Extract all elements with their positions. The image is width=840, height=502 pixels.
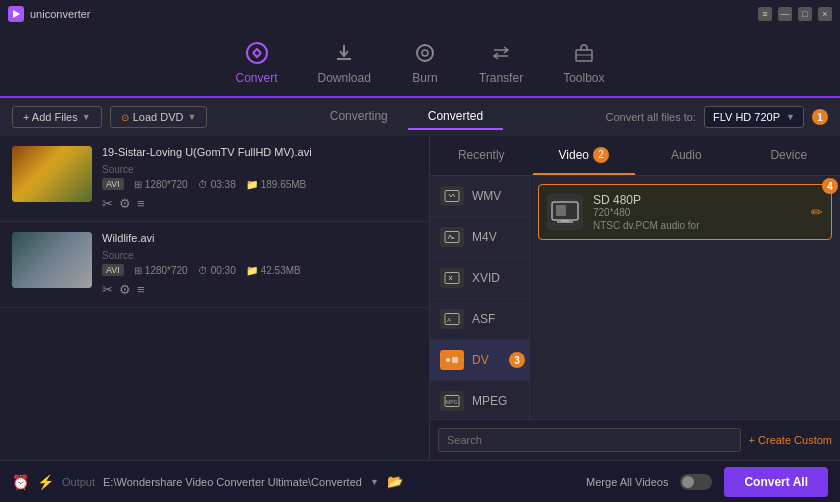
tab-converting[interactable]: Converting [310, 104, 408, 130]
nav-item-transfer[interactable]: Transfer [479, 39, 523, 85]
convert-all-button[interactable]: Convert All [724, 467, 828, 497]
maximize-button[interactable]: □ [798, 7, 812, 21]
load-dvd-dropdown-icon[interactable]: ▼ [187, 112, 196, 122]
file-info: 19-Sistar-Loving U(GomTV FullHD MV).avi … [102, 146, 417, 211]
title-bar-controls: ≡ — □ × [758, 7, 832, 21]
format-item-dv[interactable]: DV 3 [430, 340, 529, 381]
svg-point-12 [446, 358, 450, 362]
nav-item-download[interactable]: Download [318, 39, 371, 85]
dv-label: DV [472, 353, 489, 367]
search-input[interactable] [438, 428, 741, 452]
nav-item-convert[interactable]: Convert [235, 39, 277, 85]
xvid-icon [440, 268, 464, 288]
preset-sd480p[interactable]: SD 480P 720*480 NTSC dv.PCM audio for ✏ [538, 184, 832, 240]
tab-device[interactable]: Device [738, 136, 841, 175]
file-size: 189.65MB [261, 179, 307, 190]
title-bar-left: uniconverter [8, 6, 91, 22]
badge-3: 3 [509, 352, 525, 368]
format-item-xvid[interactable]: XVID [430, 258, 529, 299]
create-custom-label: + Create Custom [749, 434, 832, 446]
tab-video[interactable]: Video 2 [533, 136, 636, 175]
nav-label-convert: Convert [235, 71, 277, 85]
badge-1: 1 [812, 109, 828, 125]
svg-point-3 [422, 50, 428, 56]
list-item: 19-Sistar-Loving U(GomTV FullHD MV).avi … [0, 136, 429, 222]
file-thumbnail [12, 232, 92, 288]
list-icon[interactable]: ≡ [137, 282, 145, 297]
download-icon [330, 39, 358, 67]
format-item-m4v[interactable]: M4V [430, 217, 529, 258]
create-custom-button[interactable]: + Create Custom [749, 428, 832, 452]
merge-toggle[interactable] [680, 474, 712, 490]
resolution-icon: ⊞ [134, 265, 142, 276]
close-button[interactable]: × [818, 7, 832, 21]
svg-rect-13 [452, 357, 458, 363]
nav-label-burn: Burn [412, 71, 437, 85]
format-item-mpeg[interactable]: MPG MPEG [430, 381, 529, 419]
svg-rect-7 [445, 232, 459, 243]
toolbar-right: Convert all files to: FLV HD 720P ▼ 1 [606, 106, 828, 128]
toolbox-icon [570, 39, 598, 67]
format-badge: AVI [102, 264, 124, 276]
size-icon: 📁 [246, 179, 258, 190]
nav-item-burn[interactable]: Burn [411, 39, 439, 85]
output-folder-icon[interactable]: 📂 [387, 474, 403, 489]
preset-resolution: 720*480 [593, 207, 801, 218]
alarm-icon[interactable]: ⏰ [12, 474, 29, 490]
format-presets: SD 480P 720*480 NTSC dv.PCM audio for ✏ … [530, 176, 840, 419]
tab-converted[interactable]: Converted [408, 104, 503, 130]
file-name: 19-Sistar-Loving U(GomTV FullHD MV).avi [102, 146, 382, 158]
format-panel: Recently Video 2 Audio Device WMV [430, 136, 840, 460]
format-tabs: Recently Video 2 Audio Device [430, 136, 840, 176]
list-item: Wildlife.avi Source AVI ⊞ 1280*720 [0, 222, 429, 308]
output-label: Output [62, 476, 95, 488]
dvd-icon: ⊙ [121, 112, 129, 123]
format-select[interactable]: FLV HD 720P ▼ [704, 106, 804, 128]
format-body: WMV M4V XVID A [430, 176, 840, 419]
tab-audio[interactable]: Audio [635, 136, 738, 175]
list-icon[interactable]: ≡ [137, 196, 145, 211]
nav-item-toolbox[interactable]: Toolbox [563, 39, 604, 85]
asf-icon: A [440, 309, 464, 329]
nav-label-transfer: Transfer [479, 71, 523, 85]
format-value: FLV HD 720P [713, 111, 780, 123]
asf-label: ASF [472, 312, 495, 326]
minimize-button[interactable]: — [778, 7, 792, 21]
badge-4: 4 [822, 178, 838, 194]
svg-marker-0 [13, 10, 20, 18]
format-item-wmv[interactable]: WMV [430, 176, 529, 217]
video-tab-badge: 2 [593, 147, 609, 163]
burn-icon [411, 39, 439, 67]
nav-bar: Convert Download Burn Transfer [0, 28, 840, 98]
add-files-button[interactable]: + Add Files ▼ [12, 106, 102, 128]
file-thumbnail [12, 146, 92, 202]
tab-recently[interactable]: Recently [430, 136, 533, 175]
source-label: Source [102, 164, 134, 175]
settings-icon[interactable]: ⚙ [119, 282, 131, 297]
preset-info: SD 480P 720*480 NTSC dv.PCM audio for [593, 193, 801, 231]
output-dropdown-icon[interactable]: ▼ [370, 477, 379, 487]
m4v-icon [440, 227, 464, 247]
cut-icon[interactable]: ✂ [102, 282, 113, 297]
settings-icon[interactable]: ⚙ [119, 196, 131, 211]
duration-icon: ⏱ [198, 265, 208, 276]
edit-preset-icon[interactable]: ✏ [811, 204, 823, 220]
load-dvd-button[interactable]: ⊙ Load DVD ▼ [110, 106, 208, 128]
bottom-left: ⏰ ⚡ Output E:\Wondershare Video Converte… [12, 474, 403, 490]
file-actions: ✂ ⚙ ≡ [102, 282, 417, 297]
toolbar-left: + Add Files ▼ ⊙ Load DVD ▼ [12, 106, 207, 128]
file-list: 19-Sistar-Loving U(GomTV FullHD MV).avi … [0, 136, 430, 460]
menu-icon[interactable]: ≡ [758, 7, 772, 21]
format-item-asf[interactable]: A ASF [430, 299, 529, 340]
add-files-dropdown-icon[interactable]: ▼ [82, 112, 91, 122]
m4v-label: M4V [472, 230, 497, 244]
flash-icon[interactable]: ⚡ [37, 474, 54, 490]
resolution: 1280*720 [145, 179, 188, 190]
output-path: E:\Wondershare Video Converter Ultimate\… [103, 476, 362, 488]
size-icon: 📁 [246, 265, 258, 276]
file-size: 42.53MB [261, 265, 301, 276]
svg-text:A: A [447, 317, 451, 323]
cut-icon[interactable]: ✂ [102, 196, 113, 211]
file-actions: ✂ ⚙ ≡ [102, 196, 417, 211]
dv-icon [440, 350, 464, 370]
